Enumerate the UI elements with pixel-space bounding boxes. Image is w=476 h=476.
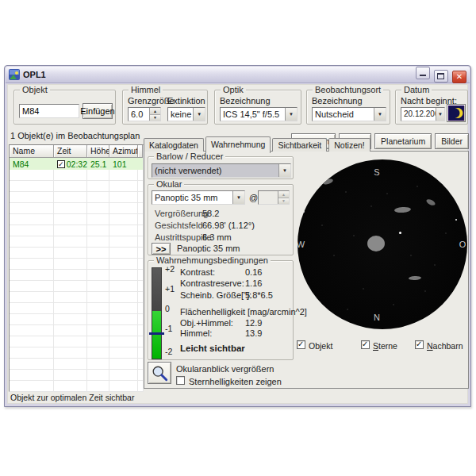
column-header-azimut[interactable]: Azimut [109,145,138,158]
sterne-checkbox[interactable]: ✓ [361,340,370,349]
maximize-icon [437,73,444,79]
extinktion-dropdown[interactable]: keine ▼ [167,107,205,121]
ort-dropdown[interactable]: Nutscheid ▼ [312,107,386,121]
dropdown-arrow-icon[interactable]: ▼ [285,108,297,121]
objekt-input[interactable] [19,104,79,118]
moon-phase-button[interactable] [447,104,466,122]
eyepiece-view[interactable]: S W O N [298,159,467,329]
empty-table-row[interactable] [10,359,143,370]
cell-zeit-text: 02:32 [67,159,87,169]
empty-table-row[interactable] [10,270,143,281]
gesichtsfeld-value: 66.98' (1.12°) [202,221,255,230]
empty-table-row[interactable] [10,336,143,347]
spin-down-icon[interactable]: ▼ [278,198,289,205]
column-header-name[interactable]: Name [10,145,54,158]
empty-table-row[interactable] [10,381,143,392]
tab-notizen[interactable]: Notizen! [328,138,370,152]
empty-table-row[interactable] [10,236,143,248]
table-row[interactable]: M84 ✓ 02:32 25.1 101 [10,158,143,170]
scale-zero: 0 [165,304,181,313]
titlebar-buttons: ✕ [414,67,466,83]
magnify-button[interactable] [148,362,171,384]
row-checkbox[interactable]: ✓ [57,160,65,168]
empty-table-row[interactable] [10,192,143,203]
faint-star [353,235,355,236]
empty-table-row[interactable] [10,314,143,325]
okular-dropdown[interactable]: Panoptic 35 mm ▼ [152,190,245,205]
obj-himmel-value: 12.9 [245,318,262,328]
visibility-bar-green [152,311,161,359]
close-button[interactable]: ✕ [452,71,466,83]
column-header-hoehe[interactable]: Höhe [87,145,109,158]
visibility-verdict: Leicht sichtbar [180,344,245,353]
empty-rows [10,170,143,392]
grenzgroesse-spinner[interactable]: 6.0 ▲▼ [128,107,161,121]
datum-value: 20.12.2008 [401,108,436,121]
optik-dropdown[interactable]: ICS 14,5" f/5.5 ▼ [220,107,298,121]
empty-table-row[interactable] [10,203,143,214]
barlow-dropdown[interactable]: (nicht verwendet) ▼ [152,163,291,178]
empty-table-row[interactable] [10,225,143,236]
empty-table-row[interactable] [10,303,143,314]
title-bar[interactable]: OPL1 ✕ [6,67,470,83]
spin-up-icon[interactable]: ▲ [150,108,160,115]
okular-quick-button[interactable]: >> [152,243,171,255]
kontrast-label: Kontrast: [180,267,215,277]
obj-himmel-label: Obj.+Himmel: [180,318,233,328]
dropdown-arrow-icon[interactable]: ▼ [436,108,444,121]
empty-table-row[interactable] [10,370,143,381]
empty-table-row[interactable] [10,214,143,225]
maximize-button[interactable] [434,70,448,83]
extinktion-label: Extinktion [167,96,205,106]
group-optik-label: Optik [221,85,246,94]
faint-star [345,191,347,193]
objekt-checkbox-label: Objekt [309,341,332,351]
gesichtsfeld-label: Gesichtsfeld [155,221,203,230]
sternhelligkeiten-label: Sternhelligkeiten zeigen [189,377,282,386]
empty-table-row[interactable] [10,347,143,359]
dropdown-arrow-icon[interactable]: ▼ [193,108,205,121]
tab-sichtbarkeit[interactable]: Sichtbarkeit [272,138,327,152]
empty-table-row[interactable] [10,325,143,336]
checkmark-icon: ✓ [416,340,422,348]
empty-table-row[interactable] [10,181,143,192]
column-header-zeit[interactable]: Zeit [54,145,87,158]
okular-position-spinner[interactable]: ▲▼ [258,190,290,205]
tab-wahrnehmung[interactable]: Wahrnehmung [205,136,271,153]
einfuegen-button[interactable]: Einfügen [83,103,113,119]
datum-dropdown[interactable]: 20.12.2008 ▼ [401,107,445,121]
cell-zeit: ✓ 02:32 [54,159,87,169]
cell-azimut: 101 [109,159,138,169]
empty-table-row[interactable] [10,259,143,270]
okular-position-value [259,191,278,204]
dropdown-arrow-icon[interactable]: ▼ [278,164,290,177]
dropdown-arrow-icon[interactable]: ▼ [232,191,244,204]
empty-table-row[interactable] [10,292,143,303]
spin-down-icon[interactable]: ▼ [150,115,160,121]
galaxy [393,206,410,213]
bilder-button[interactable]: Bilder [435,133,469,149]
faint-star [347,309,348,310]
minimize-icon [420,75,426,76]
spin-up-icon[interactable]: ▲ [278,191,289,198]
empty-table-row[interactable] [10,281,143,292]
empty-table-row[interactable] [10,248,143,259]
sterne-checkbox-label: Sterne [373,341,397,351]
checkmark-icon: ✓ [362,340,368,348]
ort-bezeichnung-label: Bezeichnung [312,96,363,106]
nachbarn-checkbox[interactable]: ✓ [415,340,424,349]
grenzgroesse-value: 6.0 [129,108,149,121]
at-symbol: @ [249,193,258,202]
empty-table-row[interactable] [10,170,143,181]
minimize-button[interactable] [416,67,430,79]
planetarium-button[interactable]: Planetarium [374,133,432,149]
visibility-marker [149,332,164,335]
vergroesserung-label: Vergrößerung [155,209,208,218]
group-himmel-label: Himmel [129,85,163,94]
dropdown-arrow-icon[interactable]: ▼ [374,108,386,121]
extinktion-value: keine [168,108,193,121]
sternhelligkeiten-checkbox[interactable] [176,376,185,385]
objekt-checkbox[interactable]: ✓ [297,340,305,349]
group-himmel: Himmel Grenzgröße 6.0 ▲▼ Extinktion kein… [122,90,208,125]
tab-katalogdaten[interactable]: Katalogdaten [144,138,204,152]
